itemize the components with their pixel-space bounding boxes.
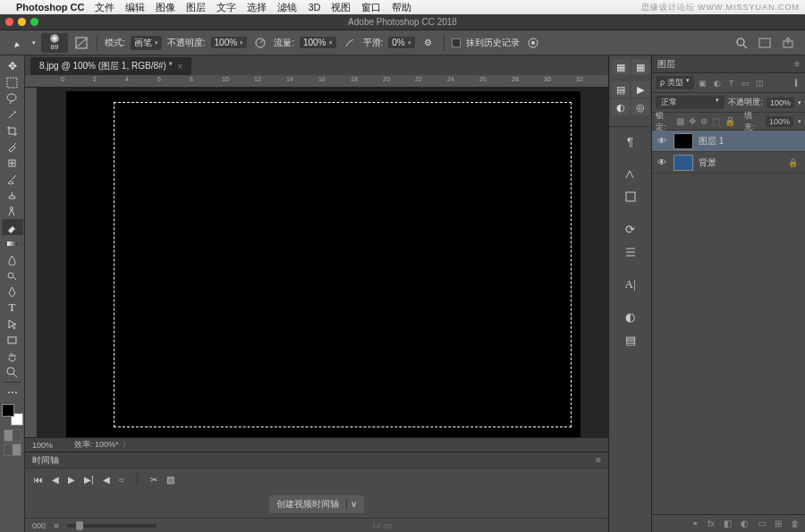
dock-styles-icon[interactable]: ◐ (622, 308, 640, 325)
layer-row[interactable]: 👁 背景 🔒 (652, 152, 805, 173)
dodge-tool[interactable] (2, 267, 23, 283)
menu-view[interactable]: 视图 (331, 1, 351, 14)
window-zoom-button[interactable] (30, 18, 38, 26)
eraser-tool[interactable] (2, 219, 23, 235)
filter-adjust-icon[interactable]: ◐ (712, 78, 723, 89)
timeline-convert-icon[interactable]: ⤭ (53, 521, 60, 530)
menu-file[interactable]: 文件 (95, 1, 114, 14)
dock-character-icon[interactable]: A| (622, 275, 640, 293)
chevron-down-icon[interactable]: ∨ (346, 499, 357, 509)
dock-clone-source-icon[interactable]: ⟳ (622, 220, 640, 238)
delete-layer-icon[interactable]: 🗑 (791, 519, 800, 528)
timeline-prev-frame-button[interactable]: ◀ (52, 475, 59, 485)
layer-row[interactable]: 👁 图层 1 (652, 131, 805, 152)
lock-position-icon[interactable]: ✥ (689, 116, 696, 126)
magic-wand-tool[interactable] (2, 106, 23, 122)
menu-edit[interactable]: 编辑 (125, 1, 145, 14)
brush-preset-picker[interactable]: 89 (41, 33, 68, 53)
timeline-play-button[interactable]: ▶ (68, 475, 75, 485)
screen-mode-toggle[interactable] (4, 443, 21, 456)
edit-toolbar-icon[interactable]: ⋯ (2, 384, 23, 401)
spot-heal-tool[interactable] (2, 155, 23, 171)
efficiency-readout[interactable]: 效率: 100%*〉 (74, 439, 130, 451)
zoom-level[interactable]: 100% (32, 441, 53, 450)
hand-tool[interactable] (2, 348, 23, 364)
create-video-timeline-button[interactable]: 创建视频时间轴∨ (269, 495, 364, 513)
brush-tool[interactable] (2, 171, 23, 187)
layer-thumbnail[interactable] (674, 133, 693, 149)
quick-mask-toggle[interactable] (4, 429, 21, 442)
smooth-dropdown[interactable]: 0% (388, 37, 414, 48)
dock-libraries-icon[interactable]: ▤ (612, 81, 630, 97)
foreground-background-colors[interactable] (2, 404, 23, 426)
new-fill-adjust-icon[interactable]: ◐ (741, 519, 749, 528)
flow-dropdown[interactable]: 100% (300, 37, 336, 48)
layer-blend-mode-dropdown[interactable]: 正常 (656, 96, 724, 109)
layer-name[interactable]: 背景 (699, 156, 716, 169)
layer-visibility-icon[interactable]: 👁 (656, 136, 668, 146)
search-icon[interactable] (735, 37, 748, 49)
layer-mask-icon[interactable]: ◧ (724, 519, 732, 528)
menu-type[interactable]: 文字 (216, 1, 236, 14)
pen-tool[interactable] (2, 283, 23, 300)
opacity-dropdown[interactable]: 100% (211, 37, 248, 48)
filter-toggle-switch[interactable]: ⏽ (791, 78, 801, 89)
layer-name[interactable]: 图层 1 (699, 135, 724, 148)
lasso-tool[interactable] (2, 90, 23, 106)
timeline-tab[interactable]: 时间轴 (32, 454, 59, 467)
menu-filter[interactable]: 滤镜 (277, 1, 297, 14)
type-tool[interactable]: T (2, 300, 23, 316)
blur-tool[interactable] (2, 251, 23, 267)
history-brush-tool[interactable] (2, 203, 23, 219)
close-tab-icon[interactable]: × (178, 62, 183, 72)
eyedropper-tool[interactable] (2, 139, 23, 155)
move-tool[interactable]: ✥ (2, 58, 23, 74)
filter-shape-icon[interactable]: ▭ (741, 78, 751, 89)
airbrush-icon[interactable] (342, 35, 358, 51)
pressure-opacity-icon[interactable] (252, 35, 268, 51)
dock-play-icon[interactable]: ▶ (631, 81, 649, 97)
workspace-switcher-icon[interactable] (758, 37, 771, 49)
filter-smart-icon[interactable]: ◫ (755, 78, 766, 89)
current-tool-icon[interactable] (11, 35, 27, 51)
crop-tool[interactable] (2, 122, 23, 139)
dock-color-icon[interactable]: ▦ (612, 59, 630, 75)
new-group-icon[interactable]: ▭ (758, 519, 766, 528)
clone-stamp-tool[interactable] (2, 187, 23, 203)
dock-swatches-icon[interactable]: ▦ (631, 59, 649, 75)
dock-channels-icon[interactable]: ▤ (622, 331, 640, 349)
menu-select[interactable]: 选择 (247, 1, 267, 14)
layer-filter-type-dropdown[interactable]: ρ 类型 (656, 76, 694, 89)
smooth-options-icon[interactable]: ⚙ (420, 35, 436, 51)
filter-type-icon[interactable]: T (726, 78, 737, 89)
share-icon[interactable] (782, 37, 794, 49)
app-name[interactable]: Photoshop CC (16, 2, 84, 13)
filter-image-icon[interactable]: ▣ (698, 78, 708, 89)
menu-layer[interactable]: 图层 (186, 1, 206, 14)
layers-panel-menu-icon[interactable]: ≡ (794, 59, 800, 69)
blend-mode-dropdown[interactable]: 画笔 (131, 36, 162, 50)
menu-window[interactable]: 窗口 (361, 1, 381, 14)
lock-pixels-icon[interactable]: ▩ (676, 116, 684, 126)
window-close-button[interactable] (5, 18, 13, 26)
window-minimize-button[interactable] (18, 18, 26, 26)
layer-fill-value[interactable]: 100% (766, 116, 793, 127)
layer-thumbnail[interactable] (674, 155, 693, 171)
layer-visibility-icon[interactable]: 👁 (656, 157, 668, 167)
menu-help[interactable]: 帮助 (392, 1, 411, 14)
link-layers-icon[interactable]: ⚭ (691, 519, 699, 528)
dock-brushes-icon[interactable] (622, 165, 640, 182)
timeline-first-frame-button[interactable]: ⏮ (34, 475, 43, 485)
gradient-tool[interactable] (2, 235, 23, 251)
dock-align-icon[interactable] (622, 243, 640, 261)
timeline-mute-button[interactable]: ◀ (103, 475, 110, 485)
zoom-tool[interactable] (2, 364, 23, 380)
ruler-vertical[interactable] (25, 88, 38, 437)
new-layer-icon[interactable]: ⊞ (775, 519, 782, 528)
lock-all-icon[interactable]: 🔒 (724, 116, 735, 126)
layer-fx-icon[interactable]: fx (708, 519, 715, 528)
marquee-tool[interactable] (2, 74, 23, 90)
dock-cc-icon[interactable]: ◎ (631, 99, 649, 115)
shape-tool[interactable] (2, 332, 23, 348)
menu-3d[interactable]: 3D (308, 2, 320, 13)
